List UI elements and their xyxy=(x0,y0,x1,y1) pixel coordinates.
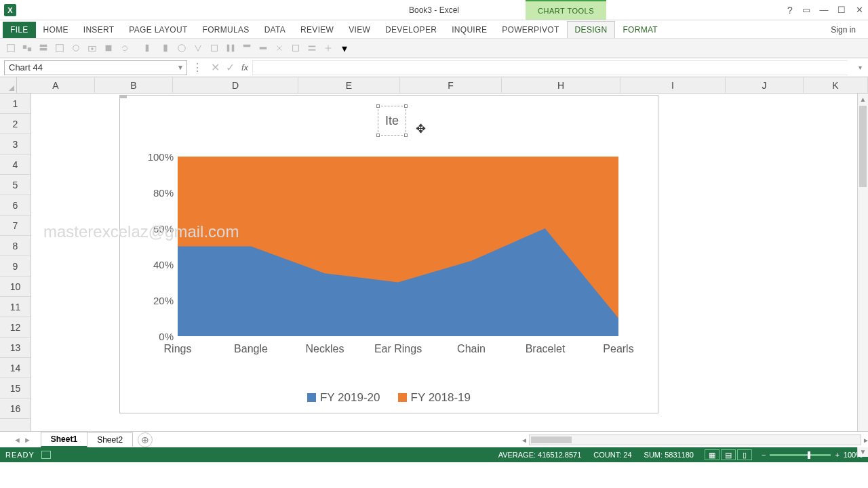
qat-camera-icon[interactable] xyxy=(85,41,99,55)
tab-home[interactable]: HOME xyxy=(36,22,76,38)
tab-formulas[interactable]: FORMULAS xyxy=(195,22,257,38)
row-header[interactable]: 14 xyxy=(0,358,31,378)
select-all-corner[interactable] xyxy=(0,77,17,93)
scroll-thumb[interactable] xyxy=(859,106,867,187)
column-header[interactable]: J xyxy=(726,77,804,93)
column-header[interactable]: D xyxy=(173,77,298,93)
row-header[interactable]: 7 xyxy=(0,216,31,236)
column-header[interactable]: B xyxy=(95,77,173,93)
qat-icon[interactable] xyxy=(53,41,66,55)
tab-view[interactable]: VIEW xyxy=(341,22,378,38)
row-header[interactable]: 1 xyxy=(0,94,31,114)
help-icon[interactable]: ? xyxy=(783,0,797,20)
worksheet-grid[interactable]: 12345678910111213141516 masterexcelaz@gm… xyxy=(0,94,868,431)
view-normal-icon[interactable]: ▦ xyxy=(705,449,719,460)
vertical-scrollbar[interactable]: ▲ ▼ xyxy=(857,94,868,457)
qat-icon[interactable] xyxy=(208,41,221,55)
row-header[interactable]: 11 xyxy=(0,297,31,317)
row-header[interactable]: 16 xyxy=(0,399,31,419)
row-header[interactable]: 5 xyxy=(0,175,31,195)
zoom-in-icon[interactable]: + xyxy=(835,451,839,459)
legend-entry[interactable]: FY 2019-20 xyxy=(307,391,380,405)
qat-icon[interactable] xyxy=(102,41,115,55)
qat-icon[interactable] xyxy=(37,41,50,55)
zoom-out-icon[interactable]: − xyxy=(762,451,766,459)
name-box[interactable]: Chart 44 ▼ xyxy=(4,60,187,75)
zoom-control[interactable]: − + 100% xyxy=(762,451,863,459)
tab-page-layout[interactable]: PAGE LAYOUT xyxy=(121,22,195,38)
scroll-right-icon[interactable]: ► xyxy=(861,435,868,445)
qat-icon[interactable] xyxy=(69,41,83,55)
column-header[interactable]: K xyxy=(804,77,868,93)
row-header[interactable]: 10 xyxy=(0,277,31,297)
chart-legend[interactable]: FY 2019-20 FY 2018-19 xyxy=(120,391,658,405)
legend-entry[interactable]: FY 2018-19 xyxy=(398,391,471,405)
cancel-formula-icon[interactable]: ✕ xyxy=(208,61,222,74)
row-header[interactable]: 12 xyxy=(0,317,31,338)
tab-design[interactable]: DESIGN xyxy=(567,21,616,38)
tab-file[interactable]: FILE xyxy=(3,22,36,38)
formula-bar-expand-icon[interactable]: ▾ xyxy=(854,64,865,71)
scroll-up-icon[interactable]: ▲ xyxy=(858,94,868,104)
qat-icon[interactable] xyxy=(240,41,254,55)
row-header[interactable]: 4 xyxy=(0,155,31,175)
scroll-left-icon[interactable]: ◄ xyxy=(519,435,530,445)
new-sheet-button[interactable]: ⊕ xyxy=(138,432,153,447)
sheet-nav-next-icon[interactable]: ► xyxy=(24,436,31,444)
scroll-down-icon[interactable]: ▼ xyxy=(858,446,868,457)
qat-icon[interactable] xyxy=(20,41,34,55)
close-button[interactable]: ✕ xyxy=(850,0,868,20)
column-header[interactable]: F xyxy=(400,77,502,93)
horizontal-scrollbar[interactable]: ◄ ► xyxy=(529,434,861,445)
column-header[interactable]: I xyxy=(620,77,726,93)
tab-insert[interactable]: INSERT xyxy=(76,22,122,38)
cells-area[interactable]: masterexcelaz@gmail.com Ite ✥ 100% 80% 6 xyxy=(31,94,868,431)
qat-icon[interactable] xyxy=(321,41,335,55)
sheet-tab-sheet2[interactable]: Sheet2 xyxy=(87,432,133,447)
column-header[interactable]: E xyxy=(298,77,400,93)
qat-delete-icon[interactable] xyxy=(273,41,286,55)
tab-data[interactable]: DATA xyxy=(257,22,293,38)
qat-icon[interactable] xyxy=(305,41,319,55)
fx-icon[interactable]: fx xyxy=(237,62,252,73)
qat-icon[interactable] xyxy=(175,41,189,55)
row-header[interactable]: 15 xyxy=(0,378,31,399)
ribbon-display-options-icon[interactable]: ▭ xyxy=(797,0,815,20)
sheet-nav-prev-icon[interactable]: ◄ xyxy=(14,436,21,444)
row-header[interactable]: 9 xyxy=(0,256,31,277)
row-header[interactable]: 3 xyxy=(0,134,31,155)
qat-dropdown-icon[interactable]: ▾ xyxy=(338,41,351,55)
qat-icon[interactable] xyxy=(224,41,237,55)
minimize-button[interactable]: — xyxy=(815,0,833,20)
chart-object[interactable]: Ite ✥ 100% 80% 60% 40% 20% 0% xyxy=(119,95,658,413)
scroll-thumb[interactable] xyxy=(531,436,572,443)
qat-icon[interactable] xyxy=(142,41,156,55)
zoom-slider[interactable] xyxy=(770,454,831,456)
row-header[interactable]: 8 xyxy=(0,236,31,256)
qat-icon[interactable] xyxy=(159,41,172,55)
maximize-button[interactable]: ☐ xyxy=(833,0,850,20)
column-header[interactable]: H xyxy=(502,77,620,93)
tab-inquire[interactable]: INQUIRE xyxy=(444,22,494,38)
tab-format[interactable]: FORMAT xyxy=(615,22,665,38)
tab-powerpivot[interactable]: POWERPIVOT xyxy=(494,22,566,38)
tab-review[interactable]: REVIEW xyxy=(293,22,341,38)
row-header[interactable]: 2 xyxy=(0,114,31,134)
name-box-dropdown-icon[interactable]: ▼ xyxy=(177,64,184,71)
macro-record-icon[interactable] xyxy=(41,451,51,459)
signin-link[interactable]: Sign in xyxy=(831,22,856,38)
view-page-break-icon[interactable]: ▯ xyxy=(737,449,752,460)
row-header[interactable]: 13 xyxy=(0,338,31,358)
qat-icon[interactable] xyxy=(256,41,270,55)
qat-icon[interactable] xyxy=(191,41,205,55)
tab-developer[interactable]: DEVELOPER xyxy=(378,22,444,38)
qat-save-icon[interactable] xyxy=(4,41,18,55)
enter-formula-icon[interactable]: ✓ xyxy=(222,61,237,74)
qat-refresh-icon[interactable] xyxy=(118,41,132,55)
sheet-tab-sheet1[interactable]: Sheet1 xyxy=(41,432,87,447)
view-page-layout-icon[interactable]: ▤ xyxy=(721,449,736,460)
chart-title-edit[interactable]: Ite xyxy=(378,106,406,136)
qat-icon[interactable] xyxy=(289,41,302,55)
chart-plot-area[interactable]: 100% 80% 60% 40% 20% 0% Rings Bangle Nec… xyxy=(178,157,618,336)
column-header[interactable]: A xyxy=(17,77,95,93)
